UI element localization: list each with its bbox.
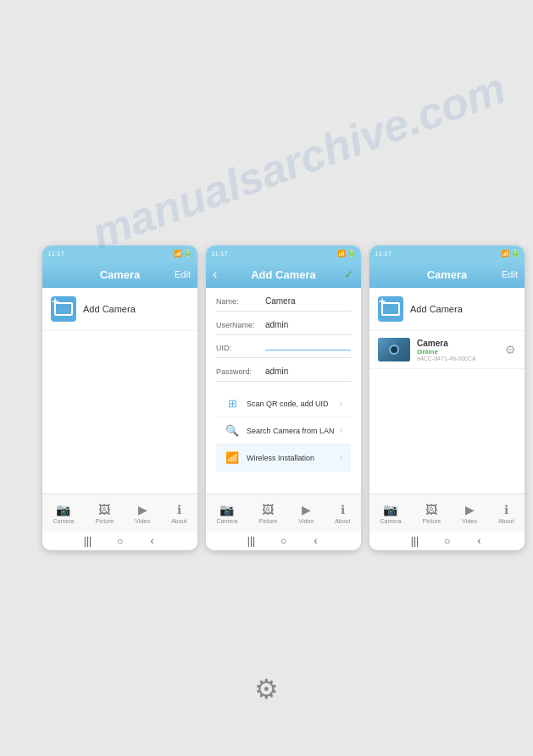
footer3-about[interactable]: ℹ About xyxy=(498,503,514,524)
phone2-nav-back[interactable]: ‹ xyxy=(310,535,322,547)
phone3-edit-button[interactable]: Edit xyxy=(502,269,518,279)
search-lan-label: Search Camera from LAN xyxy=(247,427,335,435)
phone3-footer: 📷 Camera 🖼 Picture ▶ Video ℹ About xyxy=(369,494,525,532)
footer2-picture[interactable]: 🖼 Picture xyxy=(258,503,277,524)
phone2-back-button[interactable]: ‹ xyxy=(213,267,217,282)
phone1-navbar: ||| ○ ‹ xyxy=(42,532,197,550)
add-camera-row[interactable]: Add Camera xyxy=(42,288,197,331)
phone3-nav-back[interactable]: ‹ xyxy=(474,535,486,547)
phone2-header: ‹ Add Camera ✓ xyxy=(206,261,361,288)
phone2-nav-home[interactable]: ○ xyxy=(278,535,290,547)
footer-video[interactable]: ▶ Video xyxy=(135,503,150,524)
name-label: Name: xyxy=(216,297,265,306)
wifi-icon: 📶 xyxy=(225,451,240,464)
footer2-video[interactable]: ▶ Video xyxy=(298,503,314,524)
wireless-install-label: Wireless Installation xyxy=(247,454,314,462)
add-camera-label-3: Add Camera xyxy=(410,304,463,314)
wireless-install-chevron: › xyxy=(340,453,342,462)
search-lan-icon: 🔍 xyxy=(225,424,240,437)
scan-qr-chevron: › xyxy=(340,399,342,408)
name-value[interactable]: Camera xyxy=(265,296,351,306)
username-value[interactable]: admin xyxy=(265,320,351,329)
phone3-navbar: ||| ○ ‹ xyxy=(369,532,525,550)
add-camera-label: Add Camera xyxy=(83,304,136,314)
phone3-nav-apps[interactable]: ||| xyxy=(409,535,421,547)
search-lan-menu-item[interactable]: 🔍 Search Camera from LAN › xyxy=(216,417,351,444)
footer-camera[interactable]: 📷 Camera xyxy=(53,503,75,524)
phone3-nav-home[interactable]: ○ xyxy=(441,535,453,547)
picture3-footer-icon: 🖼 xyxy=(425,503,437,516)
camera-uid: a4CC-8471-49-000CA xyxy=(417,356,505,361)
form-row-name: Name: Camera xyxy=(216,296,351,312)
camera-lens xyxy=(389,345,399,355)
camera3-footer-icon: 📷 xyxy=(383,503,397,516)
add-camera-row-3[interactable]: Add Camera xyxy=(369,288,525,331)
uid-label: UID: xyxy=(216,344,265,352)
phone2-confirm-button[interactable]: ✓ xyxy=(344,268,354,281)
footer2-about[interactable]: ℹ About xyxy=(335,503,350,524)
camera-status: Online xyxy=(417,348,505,356)
about2-footer-icon: ℹ xyxy=(341,503,345,516)
wireless-install-menu-item[interactable]: 📶 Wireless Installation › xyxy=(216,444,351,472)
form-row-uid: UID: xyxy=(216,344,351,358)
phone2-nav-apps[interactable]: ||| xyxy=(246,535,258,547)
phone1-footer: 📷 Camera 🖼 Picture ▶ Video ℹ About xyxy=(42,494,197,532)
camera2-footer-icon: 📷 xyxy=(219,503,234,516)
phone1-body: Add Camera xyxy=(42,288,197,494)
footer3-video[interactable]: ▶ Video xyxy=(462,503,477,524)
phone3-body: Add Camera Camera Online a4CC-8471-49-00… xyxy=(369,288,525,494)
qr-icon: ⊞ xyxy=(225,397,240,410)
phone2-header-title: Add Camera xyxy=(251,268,316,281)
phone1-edit-button[interactable]: Edit xyxy=(175,269,191,279)
camera-thumbnail xyxy=(378,338,410,361)
about3-footer-icon: ℹ xyxy=(504,503,508,516)
phone1-nav-back[interactable]: ‹ xyxy=(147,535,158,547)
phones-container: 11:17 📶 🔋 Camera Edit Add Camera 📷 Camer… xyxy=(42,246,525,550)
phone1-nav-apps[interactable]: ||| xyxy=(82,535,94,547)
picture2-footer-icon: 🖼 xyxy=(262,503,274,516)
username-label: UserName: xyxy=(216,321,265,329)
phone-camera-online: 11:17 📶 🔋 Camera Edit Add Camera Camera … xyxy=(369,246,525,550)
password-value[interactable]: admin xyxy=(265,367,351,376)
add-camera-icon-3 xyxy=(378,296,403,322)
scan-qr-menu-item[interactable]: ⊞ Scan QR code, add UID › xyxy=(216,390,351,417)
phone-add-camera: 11:17 📶 🔋 ‹ Add Camera ✓ Name: Camera Us… xyxy=(206,246,361,550)
phone2-navbar: ||| ○ ‹ xyxy=(206,532,361,550)
add-camera-form: Name: Camera UserName: admin UID: Passwo… xyxy=(206,288,361,480)
video2-footer-icon: ▶ xyxy=(302,503,311,516)
phone1-header-title: Camera xyxy=(100,268,141,281)
phone1-statusbar: 11:17 📶 🔋 xyxy=(42,246,197,261)
phone2-statusbar: 11:17 📶 🔋 xyxy=(206,246,361,261)
footer-picture[interactable]: 🖼 Picture xyxy=(95,503,114,524)
footer3-camera[interactable]: 📷 Camera xyxy=(380,503,402,524)
camera-settings-gear[interactable]: ⚙ xyxy=(505,343,516,356)
video-footer-icon: ▶ xyxy=(138,503,147,516)
phone3-statusbar: 11:17 📶 🔋 xyxy=(369,246,525,261)
phone3-header: Camera Edit xyxy=(369,261,525,288)
footer2-camera[interactable]: 📷 Camera xyxy=(217,503,238,524)
phone3-header-title: Camera xyxy=(427,268,468,281)
footer3-picture[interactable]: 🖼 Picture xyxy=(422,503,441,524)
video3-footer-icon: ▶ xyxy=(465,503,475,516)
phone2-body: Name: Camera UserName: admin UID: Passwo… xyxy=(206,288,361,494)
add-camera-icon xyxy=(51,296,76,322)
phone-camera-list: 11:17 📶 🔋 Camera Edit Add Camera 📷 Camer… xyxy=(42,246,197,550)
about-footer-icon: ℹ xyxy=(177,503,181,516)
camera-online-item[interactable]: Camera Online a4CC-8471-49-000CA ⚙ xyxy=(369,331,525,369)
form-row-password: Password: admin xyxy=(216,367,351,382)
camera-name: Camera xyxy=(417,339,505,348)
bottom-gear-icon: ⚙ xyxy=(254,673,279,705)
camera-footer-icon: 📷 xyxy=(56,503,70,516)
footer-about[interactable]: ℹ About xyxy=(171,503,186,524)
form-row-username: UserName: admin xyxy=(216,320,351,335)
camera-info: Camera Online a4CC-8471-49-000CA xyxy=(417,339,505,361)
picture-footer-icon: 🖼 xyxy=(98,503,110,516)
scan-qr-label: Scan QR code, add UID xyxy=(247,400,329,408)
phone1-nav-home[interactable]: ○ xyxy=(114,535,126,547)
phone1-header: Camera Edit xyxy=(42,261,197,288)
password-label: Password: xyxy=(216,367,265,376)
uid-input-line xyxy=(265,350,351,350)
phone2-footer: 📷 Camera 🖼 Picture ▶ Video ℹ About xyxy=(206,494,361,532)
search-lan-chevron: › xyxy=(340,426,342,435)
